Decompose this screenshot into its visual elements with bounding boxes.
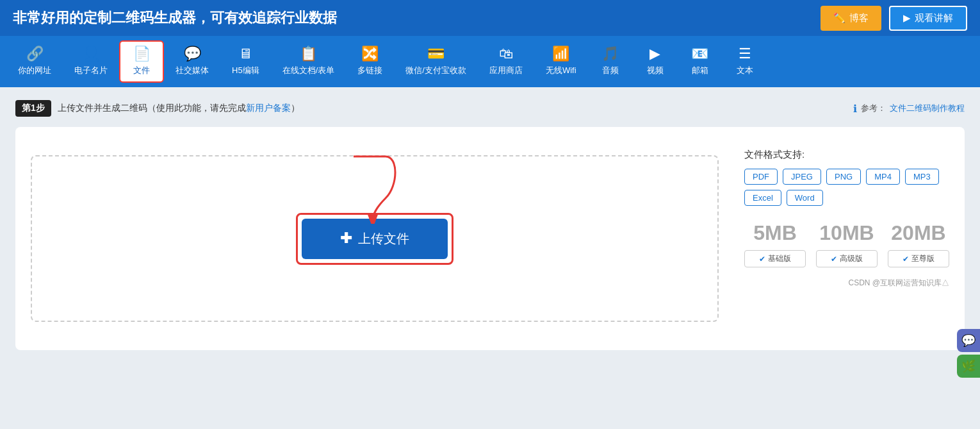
tier-badge: ✔ 高级版 (816, 250, 878, 267)
format-tag-mp4: MP4 (866, 169, 900, 185)
nav-bar: 🔗 你的网址 👤 电子名片 📄 文件 💬 社交媒体 🖥 H5编辑 📋 在线文档/… (0, 36, 980, 87)
nav-label-doc: 在线文档/表单 (282, 65, 335, 76)
check-icon: ✔ (831, 255, 837, 264)
header: 非常好用的定制二维码生成器，可有效追踪行业数据 ✏️ 博客 ▶ 观看讲解 (0, 0, 980, 36)
nav-icon-wechat: 💳 (427, 47, 445, 61)
format-tag-excel: Excel (744, 190, 781, 206)
watch-button[interactable]: ▶ 观看讲解 (889, 6, 967, 31)
nav-item-url[interactable]: 🔗 你的网址 (6, 42, 63, 81)
tier-badge: ✔ 至尊版 (888, 250, 949, 267)
nav-item-wechat[interactable]: 💳 微信/支付宝收款 (394, 42, 478, 81)
nav-item-text[interactable]: ☰ 文本 (723, 42, 767, 81)
nav-icon-text: ☰ (739, 47, 751, 61)
nav-icon-url: 🔗 (26, 47, 44, 61)
tutorial-link[interactable]: 文件二维码制作教程 (890, 103, 965, 114)
size-tier-至尊版: 20MB ✔ 至尊版 (888, 221, 949, 267)
nav-label-text: 文本 (737, 65, 753, 76)
nav-item-file[interactable]: 📄 文件 (119, 40, 164, 83)
format-tag-png: PNG (826, 169, 861, 185)
nav-item-video[interactable]: ▶ 视频 (633, 42, 678, 81)
nav-icon-card: 👤 (83, 47, 100, 61)
nav-item-email[interactable]: 📧 邮箱 (678, 42, 723, 81)
step-badge: 第1步 (15, 100, 51, 117)
nav-label-audio: 音频 (602, 65, 619, 76)
nav-icon-appstore: 🛍 (499, 47, 513, 61)
nav-label-url: 你的网址 (18, 65, 51, 76)
nav-label-email: 邮箱 (692, 65, 708, 76)
nav-label-social: 社交媒体 (176, 65, 209, 76)
upload-dashed-box: ✚ 上传文件 (31, 155, 719, 322)
size-tiers: 5MB ✔ 基础版 10MB ✔ 高级版 20MB ✔ 至尊版 (744, 221, 949, 267)
step-ref: ℹ 参考： 文件二维码制作教程 (853, 103, 965, 115)
nav-icon-email: 📧 (691, 47, 708, 61)
green-bubble[interactable]: 🌿 (957, 355, 980, 378)
nav-item-appstore[interactable]: 🛍 应用商店 (478, 42, 534, 81)
step-bar: 第1步 上传文件并生成二维码（使用此功能，请先完成新用户备案） ℹ 参考： 文件… (15, 100, 965, 117)
upload-btn-wrapper: ✚ 上传文件 (296, 213, 453, 265)
check-icon: ✔ (902, 255, 909, 264)
info-icon: ℹ (853, 103, 857, 115)
check-icon: ✔ (759, 255, 765, 264)
upload-section: ✚ 上传文件 (31, 142, 719, 335)
nav-item-h5[interactable]: 🖥 H5编辑 (220, 42, 271, 81)
nav-item-social[interactable]: 💬 社交媒体 (164, 42, 220, 81)
nav-label-wifi: 无线Wifi (546, 65, 576, 76)
nav-label-video: 视频 (647, 65, 664, 76)
format-tags: PDFJPEGPNGMP4MP3ExcelWord (744, 169, 949, 206)
step-description: 上传文件并生成二维码（使用此功能，请先完成新用户备案） (58, 103, 300, 114)
nav-item-audio[interactable]: 🎵 音频 (588, 42, 633, 81)
edit-icon: ✏️ (833, 12, 845, 24)
nav-label-card: 电子名片 (74, 65, 108, 76)
size-value: 10MB (816, 221, 878, 245)
tier-badge: ✔ 基础版 (744, 250, 806, 267)
nav-icon-video: ▶ (649, 47, 660, 61)
nav-item-wifi[interactable]: 📶 无线Wifi (534, 42, 588, 81)
blog-button[interactable]: ✏️ 博客 (821, 6, 881, 31)
nav-item-card[interactable]: 👤 电子名片 (63, 42, 119, 81)
nav-label-multilink: 多链接 (357, 65, 382, 76)
size-tier-高级版: 10MB ✔ 高级版 (816, 221, 878, 267)
nav-item-doc[interactable]: 📋 在线文档/表单 (271, 42, 347, 81)
footer-credit: CSDN @互联网运营知识库△ (744, 278, 949, 289)
size-value: 5MB (744, 221, 806, 245)
nav-icon-social: 💬 (184, 47, 201, 61)
nav-label-appstore: 应用商店 (489, 65, 523, 76)
nav-icon-multilink: 🔀 (361, 47, 379, 61)
format-title: 文件格式支持: (744, 149, 949, 161)
header-buttons: ✏️ 博客 ▶ 观看讲解 (821, 6, 967, 31)
nav-label-file: 文件 (133, 65, 150, 76)
plus-icon: ✚ (340, 230, 352, 247)
nav-icon-file: 📄 (133, 47, 151, 61)
format-tag-word: Word (787, 190, 823, 206)
size-value: 20MB (888, 221, 949, 245)
content-area: ✚ 上传文件 文件格式支持: PDFJPEGPNGMP4MP3ExcelWord… (15, 127, 965, 350)
size-tier-基础版: 5MB ✔ 基础版 (744, 221, 806, 267)
upload-file-button[interactable]: ✚ 上传文件 (302, 219, 448, 259)
format-section: 文件格式支持: PDFJPEGPNGMP4MP3ExcelWord 5MB ✔ … (744, 142, 949, 335)
format-tag-mp3: MP3 (905, 169, 939, 185)
nav-icon-audio: 🎵 (601, 47, 619, 61)
format-tag-jpeg: JPEG (783, 169, 821, 185)
page-title: 非常好用的定制二维码生成器，可有效追踪行业数据 (13, 8, 337, 28)
main-content: 第1步 上传文件并生成二维码（使用此功能，请先完成新用户备案） ℹ 参考： 文件… (0, 87, 980, 429)
new-user-link[interactable]: 新用户备案 (246, 103, 291, 113)
chat-bubble[interactable]: 💬 (957, 329, 980, 352)
nav-label-wechat: 微信/支付宝收款 (405, 65, 466, 76)
nav-label-h5: H5编辑 (232, 65, 259, 76)
nav-icon-doc: 📋 (300, 47, 317, 61)
format-tag-pdf: PDF (744, 169, 778, 185)
nav-item-multilink[interactable]: 🔀 多链接 (346, 42, 394, 81)
play-icon: ▶ (903, 12, 911, 24)
nav-icon-h5: 🖥 (238, 47, 252, 61)
nav-icon-wifi: 📶 (552, 47, 569, 61)
